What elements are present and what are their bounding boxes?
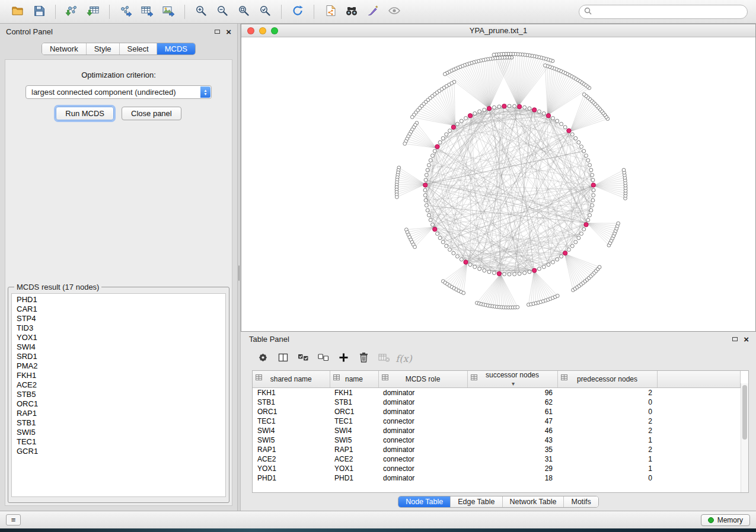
close-table-panel-icon[interactable]: × [744,335,749,344]
mcds-result-item[interactable]: ACE2 [12,380,225,390]
minimize-window-button[interactable] [259,27,266,34]
mcds-result-item[interactable]: TEC1 [12,437,225,447]
mcds-result-item[interactable]: SWI5 [12,428,225,437]
column-header-successor-nodes[interactable]: successor nodes▾ [467,371,557,388]
create-column-button[interactable] [334,350,352,367]
panel-divider[interactable] [237,24,241,511]
column-header-MCDS-role[interactable]: MCDS role [378,371,467,388]
export-network-button[interactable] [115,3,136,21]
network-window-titlebar: YPA_prune.txt_1 [241,24,755,37]
mcds-result-item[interactable]: CAR1 [12,305,225,314]
mcds-result-item[interactable]: STB1 [12,418,225,428]
export-image-button[interactable] [158,3,179,21]
table-row[interactable]: TEC1TEC1connector472 [253,416,741,426]
table-row[interactable]: ACE2ACE2connector311 [253,454,741,464]
close-window-button[interactable] [247,27,254,34]
table-cell: 2 [557,445,657,454]
table-row[interactable]: SWI4SWI4dominator462 [253,426,741,435]
tab-network[interactable]: Network [42,43,87,55]
mcds-result-item[interactable]: YOX1 [12,333,225,342]
table-row[interactable]: YOX1YOX1connector291 [253,464,741,473]
show-hide-graphics-button[interactable] [384,3,405,21]
table-row[interactable]: SWI5SWI5connector431 [253,435,741,445]
import-network-button[interactable] [61,3,82,21]
table-mode-gear-button[interactable] [254,350,272,367]
mcds-result-item[interactable]: RAP1 [12,409,225,418]
zoom-out-button[interactable] [212,3,233,21]
mcds-result-item[interactable]: SWI4 [12,342,225,352]
run-mcds-button[interactable]: Run MCDS [56,107,114,120]
search-input[interactable] [595,7,742,16]
column-header-shared-name[interactable]: shared name [253,371,330,388]
tab-motifs[interactable]: Motifs [564,496,598,507]
column-header-predecessor-nodes[interactable]: predecessor nodes [557,371,657,388]
maximize-window-button[interactable] [271,27,278,34]
tab-select[interactable]: Select [120,43,157,55]
first-neighbors-button[interactable] [341,3,362,21]
import-table-icon [87,5,100,18]
panel-menu-icon[interactable]: ≡ [6,514,21,525]
apply-style-button[interactable] [362,3,384,21]
apply-layout-button[interactable] [287,3,308,21]
mcds-result-item[interactable]: PHD1 [12,295,225,305]
memory-button[interactable]: Memory [701,514,750,526]
tab-node-table[interactable]: Node Table [398,496,451,507]
mcds-result-item[interactable]: SRD1 [12,352,225,361]
select-all-button[interactable] [294,350,312,367]
table-scrollbar[interactable] [741,383,748,492]
zoom-selected-button[interactable] [254,3,276,21]
divider-grip[interactable] [238,265,240,281]
import-table-button[interactable] [82,3,104,21]
table-row[interactable]: PHD1PHD1dominator180 [253,473,741,483]
deselect-all-button[interactable] [314,350,332,367]
table-cell-filler [657,454,741,464]
table-cell: 47 [467,416,557,426]
close-panel-icon[interactable]: × [226,27,231,36]
mcds-result-list[interactable]: PHD1CAR1STP4TID3YOX1SWI4SRD1PMA2FKH1ACE2… [11,293,226,497]
mcds-result-item[interactable]: STB5 [12,390,225,399]
table-row[interactable]: FKH1FKH1dominator962 [253,388,741,398]
toolbar-separator [55,5,56,19]
control-panel: Control Panel × NetworkStyleSelectMCDS O… [0,24,237,511]
float-table-panel-icon[interactable] [732,337,738,341]
tab-mcds[interactable]: MCDS [157,43,195,55]
function-builder-button[interactable]: f(x) [395,350,413,367]
table-cell: 0 [557,398,657,407]
tab-edge-table[interactable]: Edge Table [451,496,502,507]
mcds-result-item[interactable]: STP4 [12,314,225,323]
network-canvas[interactable] [241,37,755,331]
mcds-result-item[interactable]: PMA2 [12,361,225,371]
zoom-in-button[interactable] [190,3,212,21]
table-row[interactable]: RAP1RAP1dominator352 [253,445,741,454]
mcds-result-item[interactable]: FKH1 [12,371,225,380]
zoom-fit-button[interactable] [233,3,254,21]
search-box[interactable] [579,5,748,19]
memory-button-label: Memory [717,516,743,524]
mcds-result-item[interactable]: GCR1 [12,447,225,456]
table-scrollbar-thumb[interactable] [742,385,747,440]
table-row[interactable]: STB1STB1dominator620 [253,398,741,407]
export-table-button[interactable] [136,3,158,21]
criterion-dropdown[interactable]: largest connected component (undirected)… [25,85,212,99]
tab-network-table[interactable]: Network Table [503,496,564,507]
delete-column-button[interactable] [355,350,372,367]
mcds-result-title: MCDS result (17 nodes) [14,283,101,291]
column-header-filler [657,371,741,388]
column-label: successor nodes [468,371,557,379]
close-mcds-panel-button[interactable]: Close panel [122,107,181,120]
table-cell: dominator [378,407,467,416]
mcds-result-item[interactable]: TID3 [12,323,225,333]
save-session-button[interactable] [28,3,50,21]
float-panel-icon[interactable] [215,30,220,34]
network-file-icon [325,5,336,18]
sort-descending-icon: ▾ [512,380,515,387]
table-row[interactable]: ORC1ORC1dominator610 [253,407,741,416]
table-cell: dominator [378,445,467,454]
column-header-name[interactable]: name [330,371,378,388]
open-file-button[interactable] [7,3,28,21]
delete-table-button[interactable] [375,350,393,367]
show-columns-button[interactable] [274,350,292,367]
mcds-result-item[interactable]: ORC1 [12,399,225,409]
network-file-button[interactable] [320,3,341,21]
tab-style[interactable]: Style [87,43,120,55]
